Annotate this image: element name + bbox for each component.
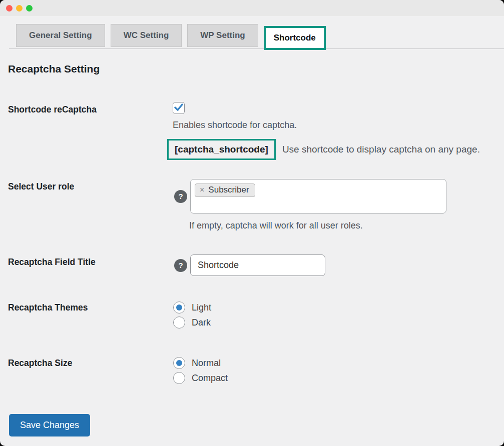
radio-light[interactable] (173, 302, 185, 314)
row-themes: Recaptcha Themes Light Dark (8, 300, 496, 330)
app-window: General Setting WC Setting WP Setting Sh… (0, 0, 504, 446)
minimize-button[interactable] (16, 5, 23, 12)
page-title: Recaptcha Setting (8, 63, 496, 75)
checkmark-icon (174, 104, 183, 112)
shortcode-recaptcha-checkbox[interactable] (173, 102, 185, 114)
size-option-normal[interactable]: Normal (173, 356, 496, 370)
zoom-button[interactable] (26, 5, 33, 12)
row-shortcode-recaptcha: Shortcode reCaptcha Enables shortcode fo… (8, 102, 496, 160)
user-role-tag-label: Subscriber (208, 185, 249, 195)
settings-form: Shortcode reCaptcha Enables shortcode fo… (8, 102, 496, 436)
tab-wp-setting[interactable]: WP Setting (187, 24, 258, 47)
field-title-input[interactable] (190, 254, 325, 276)
close-button[interactable] (6, 5, 13, 12)
radio-dark[interactable] (173, 316, 185, 328)
help-icon[interactable]: ? (174, 190, 187, 203)
row-user-role: Select User role ? × Subscriber If empty… (8, 179, 496, 231)
row-field-title: Recaptcha Field Title ? (8, 254, 496, 276)
row-size: Recaptcha Size Normal Compact (8, 356, 496, 386)
remove-tag-icon[interactable]: × (200, 186, 204, 194)
radio-dark-label: Dark (192, 318, 211, 328)
themes-label: Recaptcha Themes (8, 300, 171, 313)
shortcode-description: Enables shortcode for captcha. (173, 120, 496, 130)
radio-light-label: Light (192, 302, 211, 313)
radio-normal[interactable] (173, 357, 185, 369)
themes-radio-group: Light Dark (173, 300, 496, 330)
tab-bar: General Setting WC Setting WP Setting Sh… (9, 16, 504, 49)
save-button-wrap: Save Changes (9, 414, 496, 436)
radio-compact-label: Compact (192, 373, 228, 384)
radio-normal-label: Normal (192, 358, 221, 368)
title-bar (0, 0, 504, 16)
size-radio-group: Normal Compact (173, 356, 496, 386)
size-option-compact[interactable]: Compact (173, 370, 496, 386)
tab-shortcode[interactable]: Shortcode (264, 26, 326, 50)
user-role-label: Select User role (8, 179, 171, 192)
shortcode-recaptcha-label: Shortcode reCaptcha (8, 102, 171, 115)
user-role-tag: × Subscriber (195, 184, 255, 197)
settings-panel: Recaptcha Setting Shortcode reCaptcha En… (0, 63, 504, 436)
shortcode-value: [captcha_shortcode] (167, 139, 276, 160)
tab-wc-setting[interactable]: WC Setting (111, 24, 182, 47)
user-role-helper-text: If empty, captcha will work for all user… (189, 220, 496, 231)
field-title-label: Recaptcha Field Title (8, 254, 171, 268)
tab-general-setting[interactable]: General Setting (16, 24, 105, 47)
help-icon[interactable]: ? (174, 259, 187, 272)
shortcode-hint: Use shortcode to display captcha on any … (282, 144, 480, 155)
save-changes-button[interactable]: Save Changes (9, 414, 90, 436)
user-role-multiselect[interactable]: × Subscriber (190, 179, 446, 214)
theme-option-light[interactable]: Light (173, 300, 496, 315)
size-label: Recaptcha Size (8, 356, 171, 368)
radio-compact[interactable] (173, 372, 185, 384)
theme-option-dark[interactable]: Dark (173, 315, 496, 330)
